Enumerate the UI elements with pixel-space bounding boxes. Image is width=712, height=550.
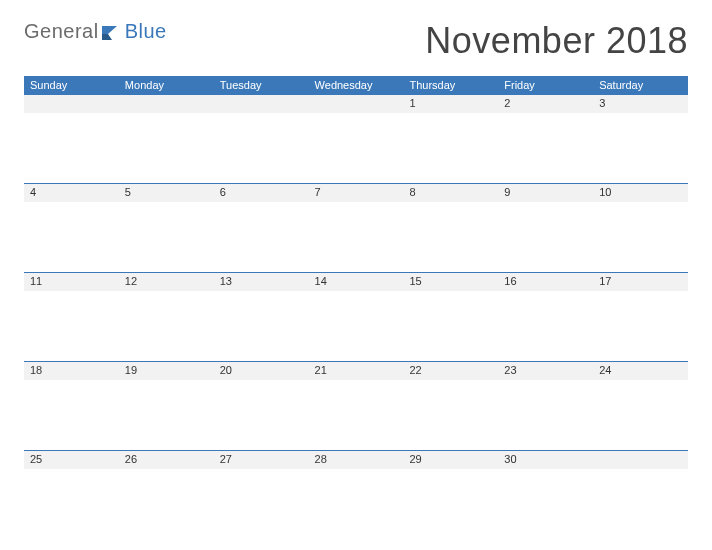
day-number: 16 xyxy=(498,273,593,291)
day-cell: 19 xyxy=(119,362,214,450)
logo-flag-icon xyxy=(102,26,120,40)
day-cell xyxy=(119,95,214,183)
day-number: 1 xyxy=(403,95,498,113)
day-cell: 30 xyxy=(498,451,593,539)
day-header: Wednesday xyxy=(309,76,404,94)
day-number: 13 xyxy=(214,273,309,291)
day-number: 29 xyxy=(403,451,498,469)
calendar-title: November 2018 xyxy=(425,20,688,62)
day-number xyxy=(24,95,119,113)
day-header: Sunday xyxy=(24,76,119,94)
day-number: 9 xyxy=(498,184,593,202)
day-header: Friday xyxy=(498,76,593,94)
day-header: Thursday xyxy=(403,76,498,94)
day-number: 21 xyxy=(309,362,404,380)
day-cell: 15 xyxy=(403,273,498,361)
day-cell: 23 xyxy=(498,362,593,450)
day-number: 8 xyxy=(403,184,498,202)
day-number: 30 xyxy=(498,451,593,469)
day-number: 14 xyxy=(309,273,404,291)
day-cell: 26 xyxy=(119,451,214,539)
day-number xyxy=(593,451,688,469)
day-number: 6 xyxy=(214,184,309,202)
day-cell: 13 xyxy=(214,273,309,361)
day-number: 5 xyxy=(119,184,214,202)
week-row: 11 12 13 14 15 16 17 xyxy=(24,272,688,361)
day-number: 19 xyxy=(119,362,214,380)
logo-word-1: General xyxy=(24,20,99,43)
day-number xyxy=(119,95,214,113)
day-cell: 7 xyxy=(309,184,404,272)
day-cell: 16 xyxy=(498,273,593,361)
day-number: 12 xyxy=(119,273,214,291)
day-cell: 14 xyxy=(309,273,404,361)
day-number: 18 xyxy=(24,362,119,380)
day-header: Monday xyxy=(119,76,214,94)
day-number: 28 xyxy=(309,451,404,469)
day-cell: 29 xyxy=(403,451,498,539)
day-header-row: Sunday Monday Tuesday Wednesday Thursday… xyxy=(24,76,688,94)
day-cell: 10 xyxy=(593,184,688,272)
day-cell: 2 xyxy=(498,95,593,183)
day-header: Tuesday xyxy=(214,76,309,94)
day-cell: 24 xyxy=(593,362,688,450)
day-number xyxy=(309,95,404,113)
calendar: Sunday Monday Tuesday Wednesday Thursday… xyxy=(24,76,688,539)
week-row: 25 26 27 28 29 30 xyxy=(24,450,688,539)
day-number: 10 xyxy=(593,184,688,202)
day-cell: 5 xyxy=(119,184,214,272)
day-number: 3 xyxy=(593,95,688,113)
day-number: 17 xyxy=(593,273,688,291)
day-cell xyxy=(214,95,309,183)
day-cell xyxy=(593,451,688,539)
day-number: 4 xyxy=(24,184,119,202)
day-cell: 21 xyxy=(309,362,404,450)
header: General Blue November 2018 xyxy=(24,20,688,62)
day-cell: 27 xyxy=(214,451,309,539)
logo: General Blue xyxy=(24,20,167,43)
day-cell: 22 xyxy=(403,362,498,450)
day-cell: 8 xyxy=(403,184,498,272)
day-cell: 18 xyxy=(24,362,119,450)
day-number: 2 xyxy=(498,95,593,113)
day-number xyxy=(214,95,309,113)
day-number: 25 xyxy=(24,451,119,469)
day-cell: 1 xyxy=(403,95,498,183)
day-number: 22 xyxy=(403,362,498,380)
week-row: 18 19 20 21 22 23 24 xyxy=(24,361,688,450)
day-number: 24 xyxy=(593,362,688,380)
day-number: 26 xyxy=(119,451,214,469)
day-cell: 4 xyxy=(24,184,119,272)
day-cell: 11 xyxy=(24,273,119,361)
day-number: 23 xyxy=(498,362,593,380)
day-number: 11 xyxy=(24,273,119,291)
day-cell: 12 xyxy=(119,273,214,361)
day-cell xyxy=(24,95,119,183)
day-number: 27 xyxy=(214,451,309,469)
day-cell: 20 xyxy=(214,362,309,450)
logo-word-2: Blue xyxy=(125,20,167,43)
day-number: 15 xyxy=(403,273,498,291)
week-row: 4 5 6 7 8 9 10 xyxy=(24,183,688,272)
day-cell: 3 xyxy=(593,95,688,183)
day-cell: 17 xyxy=(593,273,688,361)
day-cell xyxy=(309,95,404,183)
day-cell: 6 xyxy=(214,184,309,272)
day-header: Saturday xyxy=(593,76,688,94)
day-cell: 28 xyxy=(309,451,404,539)
day-cell: 25 xyxy=(24,451,119,539)
week-row: 1 2 3 xyxy=(24,94,688,183)
day-number: 7 xyxy=(309,184,404,202)
day-number: 20 xyxy=(214,362,309,380)
day-cell: 9 xyxy=(498,184,593,272)
